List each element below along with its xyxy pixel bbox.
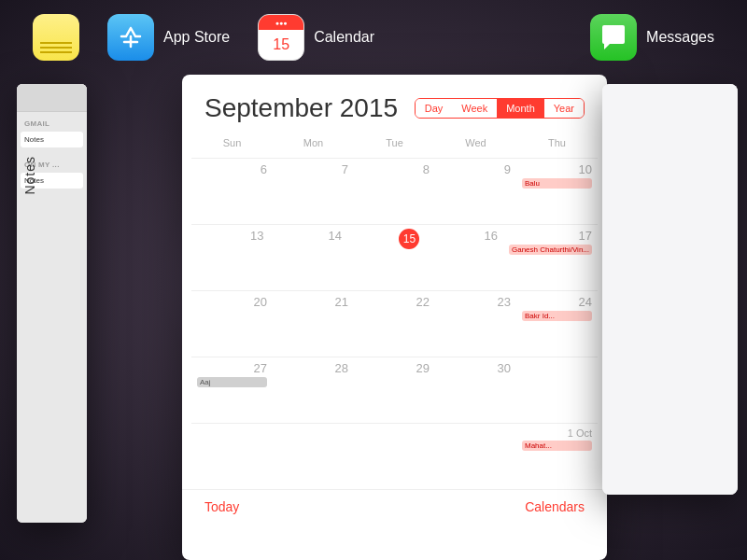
calendar-cell-9[interactable]: 9 bbox=[435, 159, 516, 224]
event-bakrid: Bakr Id... bbox=[522, 311, 592, 321]
calendar-cell-16[interactable]: 16 bbox=[425, 225, 503, 290]
notes-sidebar: GMAIL Notes ON MY ... Notes bbox=[17, 84, 87, 523]
calendar-cell-oct1[interactable]: 1 Oct Mahat... bbox=[516, 424, 598, 489]
calendar-app-switcher-item[interactable]: ●●● 15 Calendar bbox=[244, 5, 388, 70]
calendar-label: Calendar bbox=[314, 29, 374, 46]
calendar-cell-7[interactable]: 7 bbox=[273, 159, 354, 224]
appstore-app-icon bbox=[107, 14, 154, 61]
view-switcher[interactable]: Day Week Month Year bbox=[415, 98, 585, 119]
calendar-cell-29[interactable]: 29 bbox=[354, 357, 435, 423]
calendar-window[interactable]: September 2015 Day Week Month Year Sun M… bbox=[182, 75, 607, 560]
calendar-weeks: 6 7 8 9 10 Balu 13 14 15 bbox=[182, 158, 607, 489]
messages-app-icon bbox=[590, 14, 637, 61]
calendar-cell-22[interactable]: 22 bbox=[354, 291, 435, 357]
messages-content bbox=[602, 84, 738, 495]
calendar-cell-empty-1[interactable] bbox=[516, 357, 598, 423]
calendar-week-1: 6 7 8 9 10 Balu bbox=[191, 158, 598, 224]
calendar-week-3: 20 21 22 23 24 Bakr Id... bbox=[191, 290, 598, 357]
calendar-cell-28[interactable]: 28 bbox=[273, 357, 354, 423]
calendar-cell-24[interactable]: 24 Bakr Id... bbox=[516, 291, 598, 357]
calendar-week-4: 27 Aaj 28 29 30 bbox=[191, 357, 598, 423]
day-header-sun: Sun bbox=[191, 133, 273, 153]
notes-gmail-section: GMAIL Notes bbox=[17, 112, 87, 153]
today-indicator: 15 bbox=[399, 229, 419, 249]
calendars-button[interactable]: Calendars bbox=[525, 499, 585, 514]
day-headers: Sun Mon Tue Wed Thu bbox=[182, 133, 607, 153]
calendar-header: September 2015 Day Week Month Year bbox=[182, 75, 607, 133]
calendar-title: September 2015 bbox=[204, 93, 398, 123]
calendar-grid: Sun Mon Tue Wed Thu 6 7 8 9 10 Balu bbox=[182, 133, 607, 489]
notes-gmail-item[interactable]: Notes bbox=[21, 132, 83, 147]
messages-app-switcher-item[interactable]: Messages bbox=[576, 5, 728, 70]
messages-label: Messages bbox=[646, 29, 714, 46]
calendar-cell-8[interactable]: 8 bbox=[354, 159, 435, 224]
calendar-cell-20[interactable]: 20 bbox=[191, 291, 273, 357]
event-aaj: Aaj bbox=[197, 377, 267, 387]
calendar-cell-23[interactable]: 23 bbox=[435, 291, 516, 357]
calendar-cell-14[interactable]: 14 bbox=[269, 225, 347, 290]
event-balu: Balu bbox=[522, 178, 592, 189]
calendar-footer: Today Calendars bbox=[182, 489, 607, 524]
event-ganesh: Ganesh Chaturthi/Vin... bbox=[509, 245, 592, 255]
view-week-button[interactable]: Week bbox=[452, 99, 497, 118]
notes-app-icon bbox=[33, 14, 79, 61]
calendar-cell-13[interactable]: 13 bbox=[191, 225, 269, 290]
today-button[interactable]: Today bbox=[204, 499, 239, 514]
app-switcher-bar: App Store ●●● 15 Calendar Messages bbox=[0, 0, 747, 75]
notes-vertical-label: Notes bbox=[22, 156, 37, 195]
calendar-cell-empty-5[interactable] bbox=[435, 424, 516, 489]
view-day-button[interactable]: Day bbox=[416, 99, 453, 118]
appstore-label: App Store bbox=[163, 29, 230, 46]
day-header-thu: Thu bbox=[516, 133, 598, 153]
notes-window[interactable]: GMAIL Notes ON MY ... Notes bbox=[17, 84, 87, 523]
calendar-cell-empty-4[interactable] bbox=[354, 424, 435, 489]
calendar-cell-empty-3[interactable] bbox=[273, 424, 354, 489]
calendar-cell-17[interactable]: 17 Ganesh Chaturthi/Vin... bbox=[503, 225, 598, 290]
calendar-cell-15[interactable]: 15 bbox=[347, 225, 426, 290]
day-header-wed: Wed bbox=[435, 133, 516, 153]
calendar-week-2: 13 14 15 16 17 Ganesh Chaturthi/Vin... bbox=[191, 224, 598, 290]
calendar-cell-empty-2[interactable] bbox=[191, 424, 273, 489]
event-mahat: Mahat... bbox=[522, 441, 592, 451]
calendar-cell-21[interactable]: 21 bbox=[273, 291, 354, 357]
notes-gmail-label: GMAIL bbox=[21, 118, 83, 130]
calendar-cell-30[interactable]: 30 bbox=[435, 357, 516, 423]
calendar-week-5: 1 Oct Mahat... bbox=[191, 423, 598, 489]
app-windows-container: GMAIL Notes ON MY ... Notes Notes Septem… bbox=[0, 75, 747, 560]
calendar-app-icon: ●●● 15 bbox=[258, 14, 304, 61]
appstore-app-switcher-item[interactable]: App Store bbox=[93, 5, 244, 70]
calendar-cell-6[interactable]: 6 bbox=[191, 159, 273, 224]
day-header-tue: Tue bbox=[354, 133, 435, 153]
view-month-button[interactable]: Month bbox=[497, 99, 544, 118]
notes-app-switcher-item[interactable] bbox=[19, 5, 93, 70]
view-year-button[interactable]: Year bbox=[544, 99, 584, 118]
messages-window[interactable] bbox=[602, 84, 738, 495]
calendar-cell-10[interactable]: 10 Balu bbox=[516, 159, 598, 224]
day-header-mon: Mon bbox=[273, 133, 354, 153]
calendar-cell-27[interactable]: 27 Aaj bbox=[191, 357, 273, 423]
